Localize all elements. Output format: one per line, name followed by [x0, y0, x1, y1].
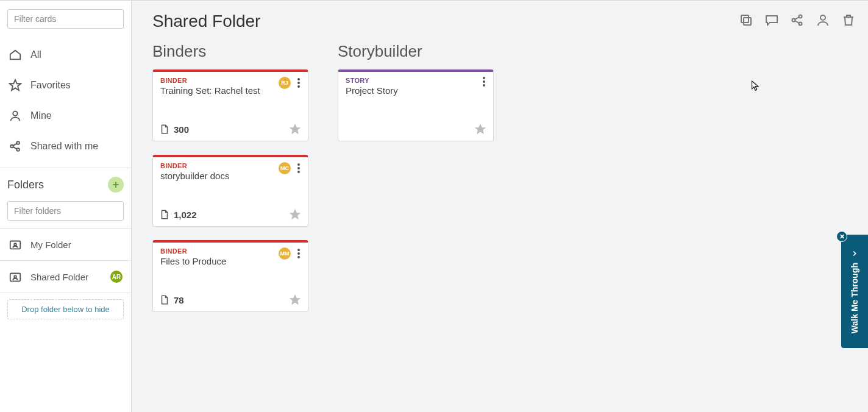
- svg-marker-20: [290, 209, 301, 219]
- owner-avatar: MC: [279, 162, 291, 174]
- kebab-menu-icon[interactable]: [294, 78, 303, 88]
- copy-icon[interactable]: [739, 13, 753, 27]
- doc-count: 1,022: [174, 210, 197, 220]
- kebab-menu-icon[interactable]: [294, 249, 303, 258]
- toolbar: [739, 13, 856, 27]
- kebab-menu-icon[interactable]: [294, 163, 303, 173]
- nav-favorites-label: Favorites: [30, 80, 71, 91]
- comment-icon[interactable]: [764, 13, 779, 27]
- owner-avatar: RJ: [279, 77, 291, 89]
- svg-line-5: [13, 143, 16, 146]
- nav-shared-label: Shared with me: [30, 141, 98, 152]
- nav-all[interactable]: All: [0, 40, 131, 70]
- chevron-right-icon: [850, 249, 859, 258]
- document-icon: [159, 294, 170, 305]
- nav-mine[interactable]: Mine: [0, 101, 131, 131]
- folder-person-icon: [9, 270, 22, 283]
- binder-card[interactable]: BINDER Training Set: Rachel test RJ: [152, 69, 308, 141]
- sidebar-item-shared-folder[interactable]: Shared Folder AR: [0, 261, 131, 293]
- favorite-star-icon[interactable]: [288, 293, 302, 307]
- svg-point-10: [14, 275, 16, 278]
- nav-all-label: All: [30, 49, 41, 60]
- star-icon: [9, 79, 22, 92]
- folder-person-icon: [9, 238, 22, 251]
- svg-marker-22: [475, 124, 486, 134]
- svg-rect-12: [744, 18, 751, 25]
- person-icon: [9, 109, 22, 123]
- filter-cards-input[interactable]: [7, 9, 124, 29]
- svg-rect-11: [741, 15, 749, 23]
- filter-folders-input[interactable]: [7, 201, 124, 221]
- svg-point-1: [13, 112, 17, 116]
- walkme-tab[interactable]: ✕ Walk Me Through: [841, 235, 868, 348]
- svg-line-16: [795, 17, 799, 20]
- share-icon: [9, 140, 22, 153]
- storybuilder-heading: Storybuilder: [338, 42, 494, 61]
- card-type-label: STORY: [346, 77, 486, 84]
- sidebar-item-label: Shared Folder: [30, 272, 88, 282]
- nav-mine-label: Mine: [30, 110, 52, 121]
- svg-line-17: [795, 21, 799, 23]
- svg-line-6: [13, 147, 16, 149]
- nav-favorites[interactable]: Favorites: [0, 70, 131, 101]
- svg-point-8: [14, 243, 16, 246]
- svg-marker-19: [290, 124, 301, 134]
- binders-heading: Binders: [152, 42, 308, 61]
- add-folder-button[interactable]: +: [108, 177, 124, 193]
- document-icon: [159, 209, 170, 220]
- doc-count: 300: [174, 124, 189, 135]
- user-icon[interactable]: [816, 13, 830, 27]
- favorite-star-icon[interactable]: [474, 123, 487, 136]
- svg-point-18: [820, 15, 825, 20]
- trash-icon[interactable]: [841, 13, 856, 27]
- main-content: Shared Folder Binders BINDER Training Se…: [132, 1, 868, 412]
- drop-hint: Drop folder below to hide: [7, 299, 124, 319]
- story-card[interactable]: STORY Project Story: [338, 69, 494, 141]
- kebab-menu-icon[interactable]: [480, 77, 488, 87]
- walkme-label: Walk Me Through: [850, 263, 859, 333]
- svg-marker-0: [10, 80, 21, 90]
- favorite-star-icon[interactable]: [288, 208, 302, 221]
- owner-avatar: MM: [279, 247, 291, 260]
- svg-marker-21: [290, 294, 301, 305]
- sidebar-item-label: My Folder: [30, 240, 71, 250]
- folders-heading: Folders: [7, 179, 44, 191]
- binder-card[interactable]: BINDER storybuilder docs MC: [152, 155, 308, 227]
- home-icon: [9, 48, 22, 62]
- card-title: Project Story: [346, 85, 486, 96]
- favorite-star-icon[interactable]: [288, 123, 302, 136]
- binder-card[interactable]: BINDER Files to Produce MM: [152, 240, 308, 312]
- share-icon[interactable]: [790, 13, 805, 27]
- sidebar: All Favorites Mine Shared with me: [0, 1, 132, 412]
- nav-shared[interactable]: Shared with me: [0, 131, 131, 162]
- sidebar-item-my-folder[interactable]: My Folder: [0, 229, 131, 261]
- document-icon: [159, 124, 170, 135]
- doc-count: 78: [174, 295, 184, 305]
- close-icon[interactable]: ✕: [836, 231, 847, 242]
- folder-owner-avatar: AR: [110, 271, 123, 283]
